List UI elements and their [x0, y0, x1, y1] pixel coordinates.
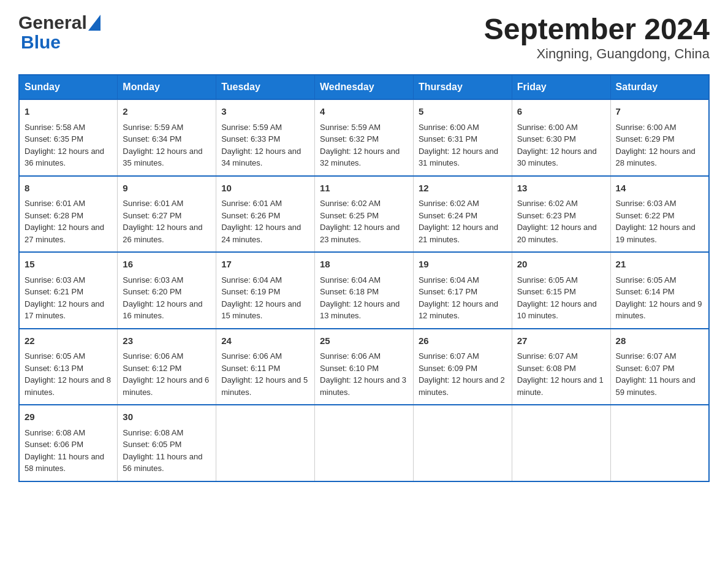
sunset-text: Sunset: 6:33 PM: [221, 134, 280, 144]
sunset-text: Sunset: 6:12 PM: [123, 364, 181, 373]
table-row: 20 Sunrise: 6:05 AM Sunset: 6:15 PM Dayl…: [512, 252, 610, 329]
daylight-text: Daylight: 12 hours and 20 minutes.: [517, 223, 597, 244]
sunrise-text: Sunrise: 6:04 AM: [221, 275, 282, 285]
sunset-text: Sunset: 6:13 PM: [25, 364, 83, 373]
sunrise-text: Sunrise: 5:58 AM: [25, 123, 85, 132]
day-number: 10: [221, 182, 309, 196]
daylight-text: Daylight: 12 hours and 10 minutes.: [517, 299, 597, 321]
day-number: 30: [123, 410, 211, 424]
table-row: 13 Sunrise: 6:02 AM Sunset: 6:23 PM Dayl…: [512, 176, 610, 253]
table-row: 1 Sunrise: 5:58 AM Sunset: 6:35 PM Dayli…: [19, 99, 118, 176]
day-number: 7: [616, 105, 703, 119]
daylight-text: Daylight: 12 hours and 21 minutes.: [419, 223, 498, 244]
sunset-text: Sunset: 6:30 PM: [517, 134, 576, 144]
day-number: 16: [123, 258, 211, 272]
sunrise-text: Sunrise: 6:04 AM: [419, 275, 479, 285]
sunrise-text: Sunrise: 6:02 AM: [320, 199, 381, 208]
table-row: 16 Sunrise: 6:03 AM Sunset: 6:20 PM Dayl…: [118, 252, 216, 329]
table-row: 14 Sunrise: 6:03 AM Sunset: 6:22 PM Dayl…: [610, 176, 709, 253]
sunrise-text: Sunrise: 6:08 AM: [25, 428, 85, 437]
logo: General Blue: [18, 12, 100, 53]
table-row: 24 Sunrise: 6:06 AM Sunset: 6:11 PM Dayl…: [216, 329, 315, 405]
sunrise-text: Sunrise: 6:05 AM: [25, 351, 85, 361]
sunrise-text: Sunrise: 6:03 AM: [25, 275, 85, 285]
table-row: 30 Sunrise: 6:08 AM Sunset: 6:05 PM Dayl…: [118, 405, 216, 481]
day-number: 29: [25, 410, 112, 424]
sunrise-text: Sunrise: 6:08 AM: [123, 428, 183, 437]
table-row: 26 Sunrise: 6:07 AM Sunset: 6:09 PM Dayl…: [413, 329, 512, 405]
sunset-text: Sunset: 6:08 PM: [517, 364, 576, 373]
day-number: 19: [419, 258, 507, 272]
logo-blue-text: Blue: [18, 32, 61, 53]
table-row: 8 Sunrise: 6:01 AM Sunset: 6:28 PM Dayli…: [19, 176, 118, 253]
sunset-text: Sunset: 6:28 PM: [25, 211, 83, 220]
sunset-text: Sunset: 6:27 PM: [123, 211, 181, 220]
day-number: 22: [25, 334, 112, 348]
day-number: 4: [320, 105, 408, 119]
sunrise-text: Sunrise: 6:07 AM: [419, 351, 479, 361]
daylight-text: Daylight: 11 hours and 59 minutes.: [616, 375, 696, 397]
sunset-text: Sunset: 6:21 PM: [25, 287, 83, 296]
day-number: 18: [320, 258, 408, 272]
calendar-week-row: 8 Sunrise: 6:01 AM Sunset: 6:28 PM Dayli…: [19, 176, 709, 253]
sunset-text: Sunset: 6:06 PM: [25, 440, 83, 449]
daylight-text: Daylight: 12 hours and 9 minutes.: [616, 299, 702, 321]
day-number: 17: [221, 258, 309, 272]
table-row: 19 Sunrise: 6:04 AM Sunset: 6:17 PM Dayl…: [413, 252, 512, 329]
daylight-text: Daylight: 12 hours and 13 minutes.: [320, 299, 400, 321]
day-number: 6: [517, 105, 605, 119]
table-row: 9 Sunrise: 6:01 AM Sunset: 6:27 PM Dayli…: [118, 176, 216, 253]
header-wednesday: Wednesday: [315, 75, 414, 99]
sunrise-text: Sunrise: 5:59 AM: [221, 123, 282, 132]
sunset-text: Sunset: 6:15 PM: [517, 287, 576, 296]
daylight-text: Daylight: 12 hours and 17 minutes.: [25, 299, 104, 321]
sunrise-text: Sunrise: 6:06 AM: [320, 351, 381, 361]
day-number: 15: [25, 258, 112, 272]
daylight-text: Daylight: 12 hours and 3 minutes.: [320, 375, 406, 397]
sunset-text: Sunset: 6:07 PM: [616, 364, 675, 373]
table-row: [512, 405, 610, 481]
daylight-text: Daylight: 11 hours and 58 minutes.: [25, 452, 104, 473]
daylight-text: Daylight: 12 hours and 26 minutes.: [123, 223, 202, 244]
day-number: 25: [320, 334, 408, 348]
table-row: 23 Sunrise: 6:06 AM Sunset: 6:12 PM Dayl…: [118, 329, 216, 405]
daylight-text: Daylight: 12 hours and 12 minutes.: [419, 299, 498, 321]
sunset-text: Sunset: 6:34 PM: [123, 134, 181, 144]
sunset-text: Sunset: 6:35 PM: [25, 134, 83, 144]
sunset-text: Sunset: 6:19 PM: [221, 287, 280, 296]
logo-general-text: General: [18, 12, 87, 33]
sunset-text: Sunset: 6:05 PM: [123, 440, 181, 449]
sunrise-text: Sunrise: 6:02 AM: [419, 199, 479, 208]
table-row: [610, 405, 709, 481]
sunset-text: Sunset: 6:10 PM: [320, 364, 379, 373]
day-number: 20: [517, 258, 605, 272]
table-row: 3 Sunrise: 5:59 AM Sunset: 6:33 PM Dayli…: [216, 99, 315, 176]
sunset-text: Sunset: 6:26 PM: [221, 211, 280, 220]
daylight-text: Daylight: 11 hours and 56 minutes.: [123, 452, 202, 473]
calendar-header-row: Sunday Monday Tuesday Wednesday Thursday…: [19, 75, 709, 99]
table-row: 6 Sunrise: 6:00 AM Sunset: 6:30 PM Dayli…: [512, 99, 610, 176]
day-number: 1: [25, 105, 112, 119]
sunrise-text: Sunrise: 6:05 AM: [517, 275, 578, 285]
sunrise-text: Sunrise: 6:05 AM: [616, 275, 677, 285]
table-row: 22 Sunrise: 6:05 AM Sunset: 6:13 PM Dayl…: [19, 329, 118, 405]
svg-marker-0: [88, 15, 100, 31]
daylight-text: Daylight: 12 hours and 2 minutes.: [419, 375, 505, 397]
sunrise-text: Sunrise: 6:03 AM: [616, 199, 677, 208]
daylight-text: Daylight: 12 hours and 19 minutes.: [616, 223, 696, 244]
sunrise-text: Sunrise: 6:00 AM: [517, 123, 578, 132]
calendar-week-row: 15 Sunrise: 6:03 AM Sunset: 6:21 PM Dayl…: [19, 252, 709, 329]
day-number: 3: [221, 105, 309, 119]
table-row: 15 Sunrise: 6:03 AM Sunset: 6:21 PM Dayl…: [19, 252, 118, 329]
table-row: [413, 405, 512, 481]
calendar-week-row: 29 Sunrise: 6:08 AM Sunset: 6:06 PM Dayl…: [19, 405, 709, 481]
table-row: 28 Sunrise: 6:07 AM Sunset: 6:07 PM Dayl…: [610, 329, 709, 405]
sunset-text: Sunset: 6:14 PM: [616, 287, 675, 296]
daylight-text: Daylight: 12 hours and 5 minutes.: [221, 375, 308, 397]
daylight-text: Daylight: 12 hours and 8 minutes.: [25, 375, 111, 397]
daylight-text: Daylight: 12 hours and 31 minutes.: [419, 147, 498, 168]
sunrise-text: Sunrise: 6:07 AM: [517, 351, 578, 361]
sunset-text: Sunset: 6:18 PM: [320, 287, 379, 296]
logo-triangle-icon: [88, 15, 100, 31]
table-row: 29 Sunrise: 6:08 AM Sunset: 6:06 PM Dayl…: [19, 405, 118, 481]
